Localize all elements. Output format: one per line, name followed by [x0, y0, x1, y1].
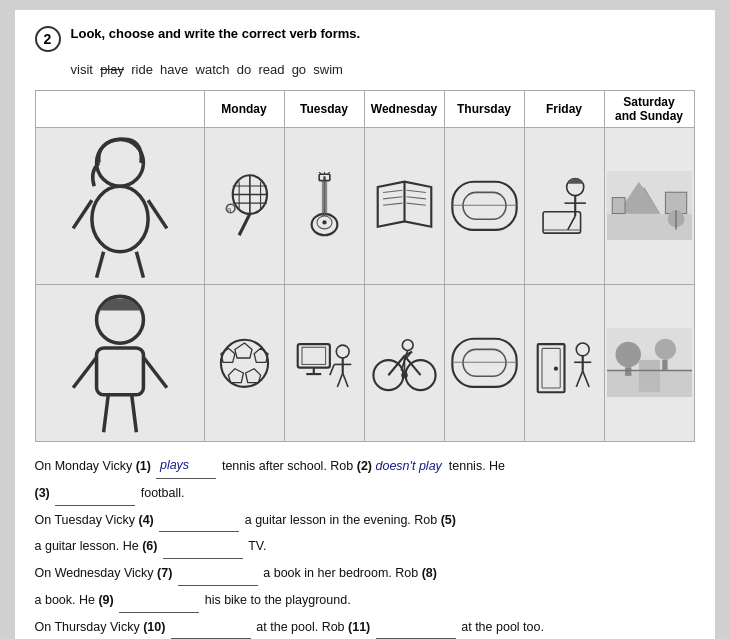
- num-4: (4): [139, 513, 154, 527]
- tuesday-vicky-cell: [284, 127, 364, 284]
- num-7: (7): [157, 566, 172, 580]
- tuesday-rob-cell: [284, 284, 364, 441]
- football-image: [207, 287, 282, 439]
- monday-rob-cell: [204, 284, 284, 441]
- svg-rect-64: [302, 347, 326, 364]
- row-rob: [35, 284, 694, 441]
- friday-header: Friday: [524, 90, 604, 127]
- num-11: (11): [348, 620, 370, 634]
- num-6: (6): [142, 539, 157, 553]
- pool-svg: [447, 171, 522, 241]
- blank-10: [171, 615, 251, 639]
- football-svg: [207, 328, 282, 398]
- num-3: (3): [35, 486, 50, 500]
- tuesday-header: Tuesday: [284, 90, 364, 127]
- saturday-header: Saturdayand Sunday: [604, 90, 694, 127]
- friday-vicky-cell: [524, 127, 604, 284]
- svg-line-2: [73, 200, 92, 228]
- svg-point-91: [576, 343, 589, 356]
- line-3: On Tuesday Vicky (4) a guitar lesson in …: [35, 508, 695, 533]
- tv-image: [287, 287, 362, 439]
- svg-line-95: [582, 371, 588, 387]
- svg-point-73: [373, 360, 403, 390]
- svg-point-81: [402, 340, 413, 351]
- friday-rob-cell: [524, 284, 604, 441]
- zoo-svg: [607, 328, 692, 397]
- svg-marker-58: [234, 343, 251, 358]
- svg-line-13: [239, 214, 250, 235]
- svg-point-79: [401, 372, 407, 378]
- book-svg: [367, 171, 442, 241]
- line-5: On Wednesday Vicky (7) a book in her bed…: [35, 561, 695, 586]
- bicycle-image: [367, 287, 442, 439]
- pool-image: [447, 130, 522, 282]
- svg-point-57: [220, 340, 267, 387]
- svg-line-53: [73, 357, 96, 387]
- svg-line-55: [103, 395, 108, 432]
- wednesday-header: Wednesday: [364, 90, 444, 127]
- line-2: (3) football.: [35, 481, 695, 506]
- pool2-svg: [447, 328, 522, 398]
- blank-3: [55, 481, 135, 506]
- guitar-image: [287, 130, 362, 282]
- guitar-svg: [287, 171, 362, 241]
- thursday-header: Thursday: [444, 90, 524, 127]
- svg-line-30: [383, 203, 402, 205]
- monday-header: Monday: [204, 90, 284, 127]
- svg-point-74: [405, 360, 435, 390]
- svg-line-3: [148, 200, 167, 228]
- wednesday-vicky-cell: [364, 127, 444, 284]
- svg-line-42: [567, 216, 574, 230]
- monday-vicky-cell: 9: [204, 127, 284, 284]
- svg-point-98: [615, 342, 641, 368]
- tv-svg: [287, 328, 362, 398]
- instructions-text: Look, choose and write the correct verb …: [71, 25, 361, 43]
- svg-line-5: [136, 251, 143, 277]
- svg-line-28: [383, 190, 402, 192]
- bicycle-svg: [367, 328, 442, 398]
- svg-line-29: [383, 197, 402, 199]
- visit-svg: [527, 328, 602, 398]
- park-image: [607, 130, 692, 282]
- svg-rect-47: [612, 198, 625, 214]
- svg-line-31: [406, 190, 425, 192]
- num-10: (10): [143, 620, 165, 634]
- svg-text:9: 9: [227, 206, 231, 215]
- blank-7: [178, 561, 258, 586]
- num-5: (5): [441, 513, 456, 527]
- tennis-image: 9: [207, 130, 282, 282]
- park-svg: [607, 171, 692, 240]
- svg-point-1: [91, 186, 147, 252]
- vicky-image: [38, 130, 202, 282]
- tennis-svg: 9: [207, 171, 282, 241]
- rob-image: [38, 287, 202, 439]
- svg-line-70: [337, 373, 342, 387]
- svg-point-67: [336, 345, 349, 358]
- homework-svg: [527, 171, 602, 241]
- line-4: a guitar lesson. He (6) TV.: [35, 534, 695, 559]
- line-1: On Monday Vicky (1) plays tennis after s…: [35, 454, 695, 479]
- num-2: (2): [357, 459, 372, 473]
- svg-line-71: [342, 373, 347, 387]
- book-image: [367, 130, 442, 282]
- saturday-rob-cell: [604, 284, 694, 441]
- svg-marker-61: [228, 369, 243, 383]
- line-6: a book. He (9) his bike to the playgroun…: [35, 588, 695, 613]
- word-bank: visit play ride have watch do read go sw…: [71, 60, 695, 80]
- exercise-text: On Monday Vicky (1) plays tennis after s…: [35, 454, 695, 639]
- svg-line-4: [96, 251, 103, 277]
- pool2-image: [447, 287, 522, 439]
- svg-line-56: [131, 395, 136, 432]
- exercise-header: 2 Look, choose and write the correct ver…: [35, 25, 695, 52]
- homework-image: [527, 130, 602, 282]
- vicky-portrait-cell: [35, 127, 204, 284]
- blank-11: [376, 615, 456, 639]
- page: 2 Look, choose and write the correct ver…: [15, 10, 715, 639]
- svg-rect-102: [638, 360, 659, 392]
- zoo-image: [607, 287, 692, 439]
- svg-line-33: [406, 203, 425, 205]
- row-vicky: 9: [35, 127, 694, 284]
- days-table: Monday Tuesday Wednesday Thursday Friday…: [35, 90, 695, 443]
- num-8: (8): [422, 566, 437, 580]
- blank-6: [163, 534, 243, 559]
